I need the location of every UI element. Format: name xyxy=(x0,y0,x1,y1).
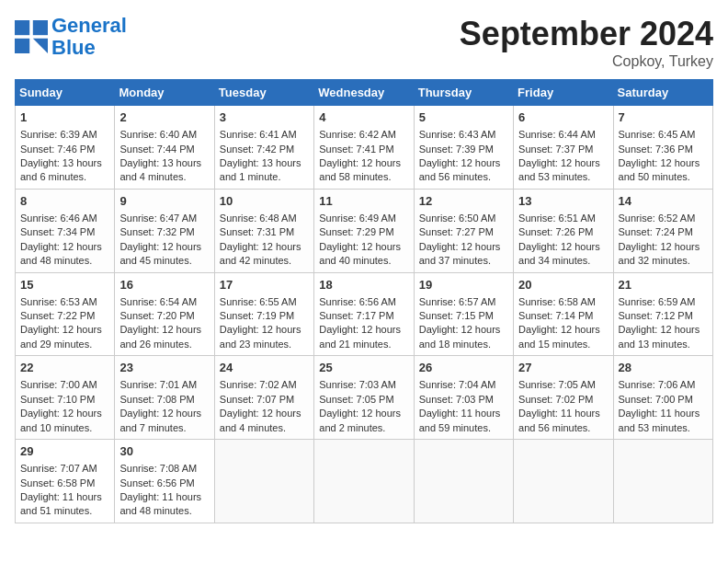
calendar-cell: 24Sunrise: 7:02 AMSunset: 7:07 PMDayligh… xyxy=(214,356,313,440)
day-number: 27 xyxy=(518,360,608,376)
day-info: Sunrise: 7:02 AMSunset: 7:07 PMDaylight:… xyxy=(220,379,301,432)
calendar-cell: 6Sunrise: 6:44 AMSunset: 7:37 PMDaylight… xyxy=(514,106,613,190)
calendar-cell: 13Sunrise: 6:51 AMSunset: 7:26 PMDayligh… xyxy=(514,189,613,272)
calendar-cell xyxy=(514,440,613,523)
svg-rect-0 xyxy=(15,20,29,35)
day-info: Sunrise: 6:44 AMSunset: 7:37 PMDaylight:… xyxy=(518,129,600,182)
logo-line1: General xyxy=(51,14,127,37)
day-number: 11 xyxy=(319,193,408,210)
calendar-week-row: 8Sunrise: 6:46 AMSunset: 7:34 PMDaylight… xyxy=(16,189,713,272)
day-info: Sunrise: 6:41 AMSunset: 7:42 PMDaylight:… xyxy=(220,129,301,182)
calendar-cell: 14Sunrise: 6:52 AMSunset: 7:24 PMDayligh… xyxy=(613,189,712,272)
day-info: Sunrise: 7:04 AMSunset: 7:03 PMDaylight:… xyxy=(419,379,501,432)
calendar-cell: 28Sunrise: 7:06 AMSunset: 7:00 PMDayligh… xyxy=(613,356,712,440)
day-info: Sunrise: 7:06 AMSunset: 7:00 PMDaylight:… xyxy=(619,379,700,432)
calendar-cell xyxy=(613,440,712,523)
calendar-cell: 25Sunrise: 7:03 AMSunset: 7:05 PMDayligh… xyxy=(314,356,414,440)
calendar-cell: 27Sunrise: 7:05 AMSunset: 7:02 PMDayligh… xyxy=(514,356,613,440)
calendar-cell: 10Sunrise: 6:48 AMSunset: 7:31 PMDayligh… xyxy=(214,189,313,272)
day-number: 16 xyxy=(119,277,209,293)
day-number: 26 xyxy=(419,360,508,376)
day-info: Sunrise: 7:03 AMSunset: 7:05 PMDaylight:… xyxy=(319,379,401,432)
calendar-cell: 29Sunrise: 7:07 AMSunset: 6:58 PMDayligh… xyxy=(16,440,115,523)
day-number: 21 xyxy=(619,277,708,293)
day-number: 29 xyxy=(20,443,109,460)
day-number: 20 xyxy=(518,277,608,293)
day-info: Sunrise: 6:59 AMSunset: 7:12 PMDaylight:… xyxy=(619,296,700,350)
day-info: Sunrise: 6:50 AMSunset: 7:27 PMDaylight:… xyxy=(419,213,501,266)
calendar-week-row: 29Sunrise: 7:07 AMSunset: 6:58 PMDayligh… xyxy=(16,440,713,523)
day-info: Sunrise: 6:58 AMSunset: 7:14 PMDaylight:… xyxy=(518,296,600,350)
calendar-cell: 7Sunrise: 6:45 AMSunset: 7:36 PMDaylight… xyxy=(613,106,712,190)
day-info: Sunrise: 6:48 AMSunset: 7:31 PMDaylight:… xyxy=(220,213,301,266)
calendar-cell: 23Sunrise: 7:01 AMSunset: 7:08 PMDayligh… xyxy=(115,356,214,440)
calendar-cell: 18Sunrise: 6:56 AMSunset: 7:17 PMDayligh… xyxy=(314,272,414,356)
day-info: Sunrise: 7:05 AMSunset: 7:02 PMDaylight:… xyxy=(518,379,600,432)
day-number: 6 xyxy=(518,109,608,126)
day-number: 25 xyxy=(319,360,408,376)
svg-marker-3 xyxy=(33,39,48,53)
calendar-cell xyxy=(214,440,313,523)
month-title: September 2024 xyxy=(460,15,713,53)
calendar-cell: 5Sunrise: 6:43 AMSunset: 7:39 PMDaylight… xyxy=(414,106,513,190)
day-info: Sunrise: 6:54 AMSunset: 7:20 PMDaylight:… xyxy=(119,296,201,350)
calendar-cell: 17Sunrise: 6:55 AMSunset: 7:19 PMDayligh… xyxy=(214,272,313,356)
logo: General Blue xyxy=(15,15,127,59)
calendar-table: SundayMondayTuesdayWednesdayThursdayFrid… xyxy=(15,79,713,523)
day-info: Sunrise: 6:55 AMSunset: 7:19 PMDaylight:… xyxy=(220,296,301,350)
svg-rect-1 xyxy=(33,20,48,35)
day-info: Sunrise: 7:08 AMSunset: 6:56 PMDaylight:… xyxy=(119,463,201,516)
column-header-monday: Monday xyxy=(115,80,214,106)
day-number: 12 xyxy=(419,193,508,210)
day-number: 5 xyxy=(419,109,508,126)
logo-line2: Blue xyxy=(51,36,96,59)
day-info: Sunrise: 6:43 AMSunset: 7:39 PMDaylight:… xyxy=(419,129,501,182)
calendar-cell: 30Sunrise: 7:08 AMSunset: 6:56 PMDayligh… xyxy=(115,440,214,523)
calendar-cell xyxy=(414,440,513,523)
calendar-cell: 20Sunrise: 6:58 AMSunset: 7:14 PMDayligh… xyxy=(514,272,613,356)
calendar-cell: 2Sunrise: 6:40 AMSunset: 7:44 PMDaylight… xyxy=(115,106,214,190)
day-info: Sunrise: 6:51 AMSunset: 7:26 PMDaylight:… xyxy=(518,213,600,266)
day-info: Sunrise: 6:56 AMSunset: 7:17 PMDaylight:… xyxy=(319,296,401,350)
calendar-cell: 21Sunrise: 6:59 AMSunset: 7:12 PMDayligh… xyxy=(613,272,712,356)
day-number: 14 xyxy=(619,193,708,210)
day-number: 1 xyxy=(20,109,109,126)
day-info: Sunrise: 6:47 AMSunset: 7:32 PMDaylight:… xyxy=(119,213,201,266)
calendar-header-row: SundayMondayTuesdayWednesdayThursdayFrid… xyxy=(16,80,713,106)
day-number: 9 xyxy=(119,193,209,210)
calendar-week-row: 22Sunrise: 7:00 AMSunset: 7:10 PMDayligh… xyxy=(16,356,713,440)
calendar-week-row: 1Sunrise: 6:39 AMSunset: 7:46 PMDaylight… xyxy=(16,106,713,190)
logo-icon xyxy=(15,20,48,53)
calendar-cell: 3Sunrise: 6:41 AMSunset: 7:42 PMDaylight… xyxy=(214,106,313,190)
column-header-sunday: Sunday xyxy=(16,80,115,106)
calendar-cell: 19Sunrise: 6:57 AMSunset: 7:15 PMDayligh… xyxy=(414,272,513,356)
day-number: 19 xyxy=(419,277,508,293)
calendar-cell: 22Sunrise: 7:00 AMSunset: 7:10 PMDayligh… xyxy=(16,356,115,440)
column-header-saturday: Saturday xyxy=(613,80,712,106)
calendar-cell: 11Sunrise: 6:49 AMSunset: 7:29 PMDayligh… xyxy=(314,189,414,272)
day-number: 3 xyxy=(220,109,309,126)
day-number: 4 xyxy=(319,109,408,126)
day-number: 13 xyxy=(518,193,608,210)
calendar-week-row: 15Sunrise: 6:53 AMSunset: 7:22 PMDayligh… xyxy=(16,272,713,356)
calendar-cell: 12Sunrise: 6:50 AMSunset: 7:27 PMDayligh… xyxy=(414,189,513,272)
column-header-thursday: Thursday xyxy=(414,80,513,106)
day-info: Sunrise: 6:39 AMSunset: 7:46 PMDaylight:… xyxy=(20,129,102,182)
page-header: General Blue September 2024 Copkoy, Turk… xyxy=(15,15,713,70)
day-number: 24 xyxy=(220,360,309,376)
day-info: Sunrise: 6:40 AMSunset: 7:44 PMDaylight:… xyxy=(119,129,201,182)
day-number: 23 xyxy=(119,360,209,376)
calendar-cell: 26Sunrise: 7:04 AMSunset: 7:03 PMDayligh… xyxy=(414,356,513,440)
day-number: 17 xyxy=(220,277,309,293)
day-number: 2 xyxy=(119,109,209,126)
day-info: Sunrise: 6:49 AMSunset: 7:29 PMDaylight:… xyxy=(319,213,401,266)
calendar-cell: 8Sunrise: 6:46 AMSunset: 7:34 PMDaylight… xyxy=(16,189,115,272)
calendar-cell: 4Sunrise: 6:42 AMSunset: 7:41 PMDaylight… xyxy=(314,106,414,190)
calendar-cell xyxy=(314,440,414,523)
column-header-friday: Friday xyxy=(514,80,613,106)
day-number: 15 xyxy=(20,277,109,293)
calendar-cell: 9Sunrise: 6:47 AMSunset: 7:32 PMDaylight… xyxy=(115,189,214,272)
svg-rect-2 xyxy=(15,39,29,53)
title-block: September 2024 Copkoy, Turkey xyxy=(460,15,713,70)
day-info: Sunrise: 6:53 AMSunset: 7:22 PMDaylight:… xyxy=(20,296,102,350)
